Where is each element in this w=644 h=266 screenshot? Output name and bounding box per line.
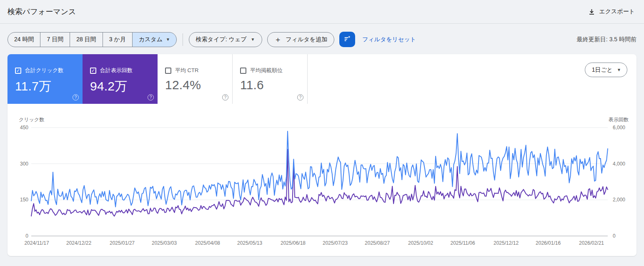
total-clicks-label: 合計クリック数 bbox=[25, 67, 63, 74]
checkbox-checked-icon[interactable]: ✓ bbox=[15, 68, 21, 74]
filter-bar: 24 時間 7 日間 28 日間 3 か月 カスタム ▼ 検索タイプ: ウェブ … bbox=[0, 24, 644, 47]
total-impressions-label: 合計表示回数 bbox=[100, 67, 133, 74]
range-24h-label: 24 時間 bbox=[14, 36, 34, 43]
filter-sparkle-icon bbox=[343, 35, 351, 44]
chevron-down-icon: ▼ bbox=[251, 38, 255, 42]
average-ctr-value: 12.4% bbox=[165, 78, 226, 92]
total-clicks-value: 11.7万 bbox=[15, 78, 77, 95]
performance-chart[interactable]: クリック数表示回数4506,0003004,0001502,000002024/… bbox=[8, 116, 636, 256]
impressions-line[interactable] bbox=[31, 149, 608, 216]
right-axis-tick: 4,000 bbox=[613, 161, 625, 167]
left-axis-title: クリック数 bbox=[19, 117, 44, 123]
x-axis-label: 2025/12/12 bbox=[494, 240, 519, 246]
left-axis-tick: 150 bbox=[20, 197, 28, 203]
left-axis-tick: 300 bbox=[20, 161, 28, 167]
metric-head: ✓ 合計クリック数 bbox=[15, 67, 77, 74]
metric-cards-row: ✓ 合計クリック数 11.7万 ? ✓ 合計表示回数 94.2万 ? ✓ 平均 … bbox=[8, 54, 636, 104]
help-icon[interactable]: ? bbox=[297, 94, 303, 100]
date-range-group: 24 時間 7 日間 28 日間 3 か月 カスタム ▼ bbox=[8, 32, 177, 47]
filter-divider bbox=[183, 33, 183, 46]
reset-filters-link[interactable]: フィルタをリセット bbox=[362, 36, 416, 43]
add-filter-label: フィルタを追加 bbox=[286, 36, 328, 43]
ai-filter-button[interactable] bbox=[339, 32, 355, 47]
right-axis-tick: 2,000 bbox=[613, 197, 625, 203]
x-axis-label: 2025/07/23 bbox=[323, 240, 348, 246]
left-axis-tick: 0 bbox=[25, 233, 28, 239]
search-type-dropdown[interactable]: 検索タイプ: ウェブ ▼ bbox=[189, 32, 262, 47]
x-axis-label: 2024/11/17 bbox=[24, 240, 49, 246]
average-ctr-label: 平均 CTR bbox=[175, 67, 198, 74]
metric-head: ✓ 平均 CTR bbox=[165, 67, 226, 74]
total-impressions-value: 94.2万 bbox=[90, 78, 152, 95]
help-icon[interactable]: ? bbox=[222, 94, 228, 100]
export-label: エクスポート bbox=[599, 8, 635, 15]
x-axis-label: 2025/06/18 bbox=[281, 240, 306, 246]
chevron-down-icon: ▼ bbox=[166, 38, 170, 42]
plus-icon: ＋ bbox=[274, 36, 282, 43]
x-axis-label: 2025/04/08 bbox=[195, 240, 220, 246]
total-clicks-card[interactable]: ✓ 合計クリック数 11.7万 ? bbox=[8, 54, 83, 104]
search-type-label: 検索タイプ: ウェブ bbox=[196, 36, 247, 43]
x-axis-label: 2025/11/06 bbox=[451, 240, 475, 246]
x-axis-label: 2024/12/22 bbox=[66, 240, 91, 246]
performance-panel: ✓ 合計クリック数 11.7万 ? ✓ 合計表示回数 94.2万 ? ✓ 平均 … bbox=[8, 54, 636, 256]
range-24h-button[interactable]: 24 時間 bbox=[8, 32, 40, 47]
total-impressions-card[interactable]: ✓ 合計表示回数 94.2万 ? bbox=[83, 54, 158, 104]
chart-area: クリック数表示回数4506,0003004,0001502,000002024/… bbox=[8, 116, 636, 256]
x-axis-label: 2025/08/27 bbox=[365, 240, 390, 246]
average-ctr-card[interactable]: ✓ 平均 CTR 12.4% ? bbox=[158, 54, 233, 104]
average-position-card[interactable]: ✓ 平均掲載順位 11.6 ? bbox=[233, 54, 308, 104]
help-icon[interactable]: ? bbox=[148, 94, 154, 100]
metric-head: ✓ 合計表示回数 bbox=[90, 67, 152, 74]
left-axis-tick: 450 bbox=[20, 125, 28, 130]
x-axis-label: 2025/10/02 bbox=[408, 240, 433, 246]
help-icon[interactable]: ? bbox=[73, 94, 79, 100]
export-button[interactable]: エクスポート bbox=[588, 8, 635, 15]
chevron-down-icon: ▼ bbox=[617, 68, 621, 72]
checkbox-checked-icon[interactable]: ✓ bbox=[90, 68, 96, 74]
x-axis-label: 2026/01/16 bbox=[536, 240, 561, 246]
range-custom-button[interactable]: カスタム ▼ bbox=[132, 32, 177, 47]
page-title: 検索パフォーマンス bbox=[8, 7, 76, 17]
last-updated-text: 最終更新日: 3.5 時間前 bbox=[577, 36, 636, 43]
metric-head: ✓ 平均掲載順位 bbox=[240, 67, 301, 74]
right-axis-tick: 0 bbox=[613, 233, 616, 239]
right-axis-tick: 6,000 bbox=[613, 125, 625, 130]
range-28d-button[interactable]: 28 日間 bbox=[70, 32, 103, 47]
x-axis-label: 2025/03/03 bbox=[152, 240, 177, 246]
checkbox-unchecked-icon[interactable]: ✓ bbox=[240, 68, 246, 74]
download-icon bbox=[588, 8, 595, 15]
interval-dropdown[interactable]: 1日ごと ▼ bbox=[585, 63, 627, 77]
interval-label: 1日ごと bbox=[592, 66, 613, 74]
clicks-line[interactable] bbox=[31, 131, 608, 207]
right-axis-title: 表示回数 bbox=[609, 117, 629, 123]
checkbox-unchecked-icon[interactable]: ✓ bbox=[165, 68, 171, 74]
range-3m-button[interactable]: 3 か月 bbox=[103, 32, 133, 47]
add-filter-button[interactable]: ＋ フィルタを追加 bbox=[267, 32, 335, 47]
range-7d-button[interactable]: 7 日間 bbox=[40, 32, 70, 47]
range-custom-label: カスタム bbox=[139, 36, 163, 43]
x-axis-label: 2026/02/21 bbox=[579, 240, 604, 246]
x-axis-label: 2025/01/27 bbox=[110, 240, 135, 246]
range-7d-label: 7 日間 bbox=[47, 36, 63, 43]
page-header: 検索パフォーマンス エクスポート bbox=[0, 0, 644, 24]
x-axis-label: 2025/05/13 bbox=[237, 240, 262, 246]
average-position-label: 平均掲載順位 bbox=[250, 67, 283, 74]
average-position-value: 11.6 bbox=[240, 78, 301, 92]
range-28d-label: 28 日間 bbox=[76, 36, 96, 43]
range-3m-label: 3 か月 bbox=[109, 36, 126, 43]
